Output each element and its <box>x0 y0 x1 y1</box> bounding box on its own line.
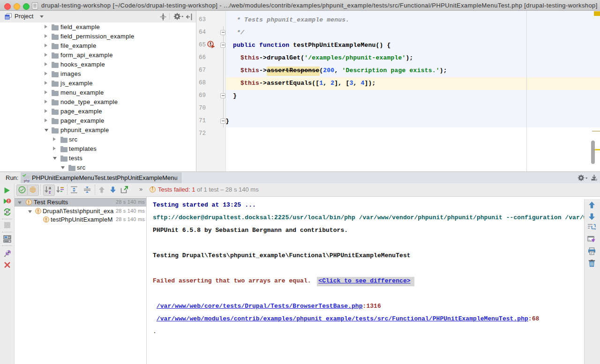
svg-text:php: php <box>24 179 30 183</box>
svg-text:z: z <box>49 190 51 194</box>
